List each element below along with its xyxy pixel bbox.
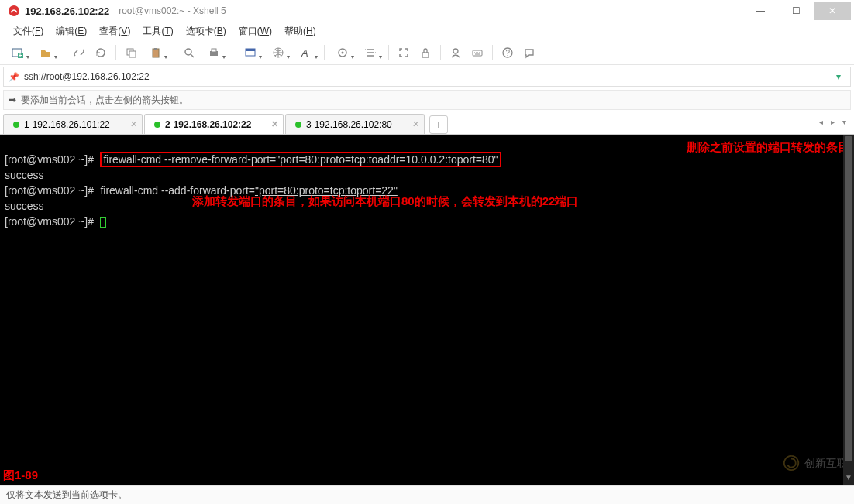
status-dot-icon: [13, 122, 19, 128]
copy-icon[interactable]: [121, 43, 141, 62]
svg-point-17: [453, 49, 458, 53]
address-go-button[interactable]: ▾: [832, 71, 845, 82]
menu-help[interactable]: 帮助(H): [278, 23, 322, 39]
paste-icon[interactable]: [143, 43, 169, 62]
terminal[interactable]: [root@vms002 ~]# firewall-cmd --remove-f…: [0, 135, 854, 485]
window-title-sub: root@vms002:~ - Xshell 5: [119, 5, 226, 16]
tab-scroll-right[interactable]: ▸: [828, 116, 838, 128]
protocol-pin-icon: 📌: [9, 72, 19, 82]
menu-tabs[interactable]: 选项卡(B): [180, 23, 232, 39]
annotation-delete-note: 删除之前设置的端口转发的条目: [687, 139, 849, 155]
svg-rect-9: [212, 49, 216, 52]
session-tab-2[interactable]: 2 192.168.26.102:22 ✕: [144, 114, 284, 134]
window-title-main: 192.168.26.102:22: [25, 5, 109, 17]
tab-scroll-controls: ◂ ▸ ▾: [816, 116, 849, 128]
svg-rect-16: [422, 53, 429, 57]
terminal-prompt: [root@vms002 ~]#: [5, 153, 94, 166]
svg-point-0: [9, 5, 19, 16]
svg-text:A: A: [301, 47, 308, 59]
menu-window[interactable]: 窗口(W): [232, 23, 278, 39]
link-icon[interactable]: [69, 43, 89, 62]
scroll-thumb[interactable]: [845, 136, 852, 461]
app-icon: [8, 5, 20, 17]
fullscreen-icon[interactable]: [394, 43, 414, 62]
terminal-scrollbar[interactable]: ▲ ▼: [843, 135, 854, 485]
session-tabbar: 1 192.168.26.101:22 ✕ 2 192.168.26.102:2…: [0, 113, 854, 135]
session-tab-label: 192.168.26.101:22: [33, 119, 110, 130]
terminal-cursor: [100, 217, 106, 228]
status-dot-icon: [154, 122, 160, 128]
terminal-output: success: [5, 200, 44, 212]
menu-edit[interactable]: 编辑(E): [50, 23, 93, 39]
status-dot-icon: [295, 122, 301, 128]
svg-rect-4: [129, 51, 136, 57]
ext-icon[interactable]: [329, 43, 356, 62]
menu-file[interactable]: 文件(F): [7, 23, 50, 39]
session-tab-label: 192.168.26.102:80: [315, 119, 392, 130]
tab-list-button[interactable]: ▾: [839, 116, 849, 128]
tab-close-icon[interactable]: ✕: [412, 119, 419, 129]
keyboard-icon[interactable]: [467, 43, 487, 62]
maximize-button[interactable]: ☐: [778, 2, 814, 20]
toolbar: A ?: [0, 40, 854, 65]
arrows-icon[interactable]: [357, 43, 384, 62]
svg-point-7: [185, 49, 191, 55]
watermark: 创新互联: [783, 454, 848, 471]
help-icon[interactable]: ?: [498, 43, 518, 62]
menu-view[interactable]: 查看(V): [93, 23, 136, 39]
svg-rect-11: [246, 49, 255, 51]
menu-tools[interactable]: 工具(T): [136, 23, 179, 39]
session-tab-3[interactable]: 3 192.168.26.102:80 ✕: [285, 114, 425, 134]
session-tab-label: 192.168.26.102:22: [174, 119, 252, 130]
tab-scroll-left[interactable]: ◂: [816, 116, 826, 128]
svg-text:?: ?: [506, 49, 511, 57]
terminal-prompt: [root@vms002 ~]#: [5, 215, 94, 228]
info-bar: ➡ 要添加当前会话，点击左侧的箭头按钮。: [3, 90, 851, 110]
address-bar[interactable]: 📌 ssh://root@192.168.26.102:22 ▾: [3, 67, 851, 87]
open-icon[interactable]: [33, 43, 59, 62]
infobar-text: 要添加当前会话，点击左侧的箭头按钮。: [21, 94, 188, 107]
terminal-output: success: [5, 169, 44, 181]
tab-close-icon[interactable]: ✕: [130, 119, 137, 129]
svg-point-15: [342, 51, 344, 53]
svg-rect-6: [154, 48, 157, 50]
new-session-icon[interactable]: [5, 43, 31, 62]
globe-icon[interactable]: [265, 43, 291, 62]
menubar: 文件(F) 编辑(E) 查看(V) 工具(T) 选项卡(B) 窗口(W) 帮助(…: [0, 22, 854, 40]
tab-close-icon[interactable]: ✕: [271, 119, 278, 129]
session-tab-1[interactable]: 1 192.168.26.101:22 ✕: [3, 114, 143, 134]
terminal-command-1-highlight: firewall-cmd --remove-forward-port="port…: [100, 152, 501, 167]
scroll-down-icon[interactable]: ▼: [843, 470, 854, 485]
address-url: ssh://root@192.168.26.102:22: [24, 71, 832, 82]
lock-icon[interactable]: [415, 43, 436, 62]
terminal-prompt: [root@vms002 ~]#: [5, 184, 94, 197]
add-tab-button[interactable]: +: [429, 115, 448, 134]
annotation-add-note: 添加转发端口的条目，如果访问本机端口80的时候，会转发到本机的22端口: [192, 194, 578, 208]
minimize-button[interactable]: —: [742, 2, 778, 20]
figure-label: 图1-89: [3, 468, 38, 482]
screen-icon[interactable]: [237, 43, 263, 62]
print-icon[interactable]: [201, 43, 227, 62]
chat-icon[interactable]: [519, 43, 539, 62]
status-bar: 仅将文本发送到当前选项卡。: [0, 485, 854, 504]
infobar-arrow-icon[interactable]: ➡: [9, 94, 16, 105]
user-icon[interactable]: [446, 43, 466, 62]
close-button[interactable]: ✕: [814, 2, 851, 20]
status-text: 仅将文本发送到当前选项卡。: [6, 489, 127, 502]
titlebar: 192.168.26.102:22 root@vms002:~ - Xshell…: [0, 0, 854, 22]
font-icon[interactable]: A: [293, 43, 319, 62]
search-icon[interactable]: [179, 43, 199, 62]
reload-icon[interactable]: [91, 43, 111, 62]
